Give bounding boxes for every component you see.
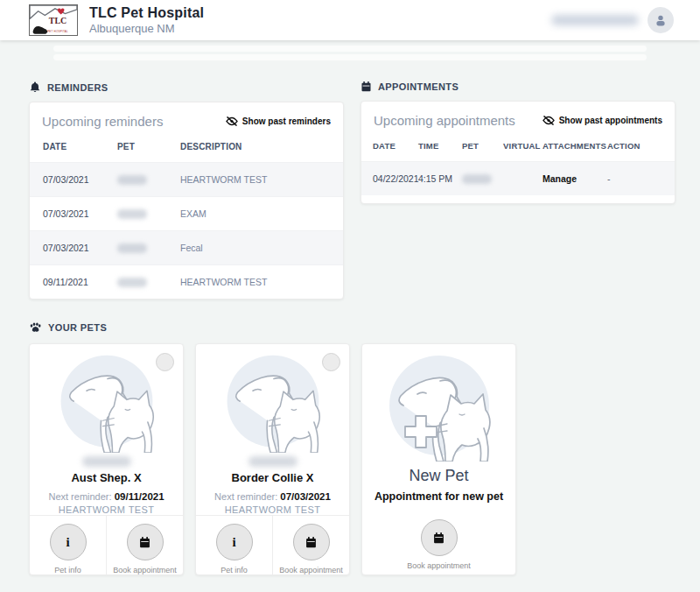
col-date: DATE bbox=[373, 141, 418, 151]
reminder-row: 07/03/2021 EXAM bbox=[30, 196, 343, 230]
appointments-card: Upcoming appointments Show past appointm… bbox=[360, 101, 676, 204]
book-appointment-label: Book appointment bbox=[407, 561, 471, 570]
calendar-icon bbox=[361, 81, 371, 92]
appointment-row: 04/22/2021 4:15 PM Manage - bbox=[361, 161, 675, 195]
pet-select-circle[interactable] bbox=[156, 353, 174, 371]
person-icon bbox=[654, 13, 668, 27]
pet-card: Aust Shep. X Next reminder: 09/11/2021 H… bbox=[29, 343, 184, 575]
col-virtual: VIRTUAL bbox=[503, 141, 542, 151]
logo-subtext: PET HOSPITAL bbox=[47, 30, 68, 33]
col-time: TIME bbox=[418, 141, 462, 151]
main-content: REMINDERS Upcoming reminders Show past r… bbox=[0, 40, 700, 575]
calendar-icon bbox=[433, 532, 444, 544]
pet-select-circle[interactable] bbox=[322, 353, 340, 371]
decor-strip bbox=[53, 46, 647, 52]
book-appointment-label: Book appointment bbox=[279, 566, 343, 574]
book-appointment-action: Book appointment bbox=[107, 516, 183, 574]
appointments-section-header: APPOINTMENTS bbox=[361, 81, 676, 92]
pet-illustration bbox=[220, 353, 326, 453]
manage-attachments-link[interactable]: Manage bbox=[542, 173, 607, 184]
pet-reminder-type: HEARTWORM TEST bbox=[225, 504, 321, 515]
pet-next-reminder: Next reminder: 09/11/2021 bbox=[48, 491, 164, 502]
appointments-card-title: Upcoming appointments bbox=[374, 113, 515, 128]
col-description: DESCRIPTION bbox=[180, 142, 343, 152]
username-redacted[interactable] bbox=[551, 15, 639, 25]
appointment-date: 04/22/2021 bbox=[373, 173, 418, 184]
new-pet-title: New Pet bbox=[409, 467, 468, 485]
book-appointment-button[interactable] bbox=[127, 524, 164, 560]
pet-info-action: i Pet info bbox=[196, 516, 273, 574]
reminder-date: 07/03/2021 bbox=[43, 174, 117, 185]
reminder-description: EXAM bbox=[180, 208, 343, 219]
next-reminder-label: Next reminder: bbox=[48, 491, 111, 502]
pet-illustration bbox=[53, 353, 160, 453]
show-past-appointments-button[interactable]: Show past appointments bbox=[542, 116, 662, 125]
pet-info-action: i Pet info bbox=[30, 516, 107, 574]
reminders-section: REMINDERS Upcoming reminders Show past r… bbox=[29, 81, 344, 300]
pet-breed: Aust Shep. X bbox=[71, 471, 141, 484]
eye-off-icon bbox=[542, 116, 555, 125]
info-icon: i bbox=[66, 535, 69, 550]
show-past-appointments-label: Show past appointments bbox=[559, 116, 662, 125]
pet-breed: Border Collie X bbox=[232, 471, 314, 484]
reminder-description: Fecal bbox=[180, 243, 343, 253]
your-pets-section: YOUR PETS Aust Shep. X Next reminder: 09… bbox=[29, 322, 671, 575]
reminder-pet-redacted bbox=[117, 243, 147, 253]
page-title: TLC Pet Hospital bbox=[89, 5, 204, 21]
next-reminder-date: 09/11/2021 bbox=[115, 491, 164, 502]
new-pet-illustration bbox=[386, 353, 493, 462]
new-pet-subtitle: Appointment for new pet bbox=[374, 490, 503, 503]
reminders-card-title: Upcoming reminders bbox=[42, 114, 163, 129]
clinic-logo[interactable]: TLC PET HOSPITAL bbox=[29, 4, 78, 36]
pet-reminder-type: HEARTWORM TEST bbox=[59, 504, 155, 515]
reminder-date: 07/03/2021 bbox=[43, 208, 117, 219]
reminders-section-header: REMINDERS bbox=[30, 81, 344, 93]
col-action: ACTION bbox=[607, 141, 675, 151]
col-pet: PET bbox=[117, 142, 180, 152]
reminder-description: HEARTWORM TEST bbox=[180, 174, 343, 185]
reminder-description: HEARTWORM TEST bbox=[180, 277, 343, 287]
book-appointment-button[interactable] bbox=[421, 519, 458, 556]
reminder-pet-redacted bbox=[117, 175, 147, 185]
appointments-section: APPOINTMENTS Upcoming appointments Show … bbox=[360, 81, 676, 300]
bell-icon bbox=[30, 81, 40, 93]
reminders-card: Upcoming reminders Show past reminders D… bbox=[29, 102, 344, 300]
page-subtitle: Albuquerque NM bbox=[89, 22, 204, 35]
pet-name-redacted bbox=[82, 456, 131, 467]
reminder-date: 09/11/2021 bbox=[43, 277, 117, 287]
calendar-icon bbox=[305, 537, 317, 548]
pet-card-actions: i Pet info Book a bbox=[196, 515, 349, 574]
your-pets-section-header: YOUR PETS bbox=[30, 322, 671, 333]
book-appointment-action: Book appointment bbox=[362, 511, 515, 574]
reminders-section-label: REMINDERS bbox=[47, 82, 108, 93]
show-past-reminders-label: Show past reminders bbox=[242, 116, 331, 126]
appointments-section-label: APPOINTMENTS bbox=[378, 81, 458, 92]
col-pet: PET bbox=[462, 141, 503, 151]
reminder-row: 07/03/2021 Fecal bbox=[30, 230, 343, 264]
pet-info-button[interactable]: i bbox=[216, 524, 253, 560]
appointment-pet-redacted bbox=[462, 174, 492, 184]
brand-block: TLC Pet Hospital Albuquerque NM bbox=[89, 5, 204, 35]
reminder-pet-redacted bbox=[117, 278, 147, 287]
user-avatar[interactable] bbox=[648, 7, 674, 33]
paw-icon bbox=[30, 322, 41, 333]
show-past-reminders-button[interactable]: Show past reminders bbox=[226, 116, 331, 126]
book-appointment-button[interactable] bbox=[293, 524, 330, 560]
logo-text: TLC bbox=[49, 17, 67, 25]
info-icon: i bbox=[232, 535, 235, 550]
eye-off-icon bbox=[226, 116, 238, 126]
pet-info-label: Pet info bbox=[220, 566, 248, 574]
reminder-row: 09/11/2021 HEARTWORM TEST bbox=[30, 264, 343, 299]
decor-strip bbox=[53, 54, 647, 60]
pet-info-button[interactable]: i bbox=[50, 524, 87, 560]
pet-card-actions: i Pet info Book a bbox=[30, 515, 183, 574]
account-area bbox=[551, 7, 674, 33]
reminder-date: 07/03/2021 bbox=[43, 243, 117, 253]
appointment-action: - bbox=[607, 173, 675, 184]
reminders-table-header: DATE PET DESCRIPTION bbox=[30, 138, 343, 162]
top-bar: TLC PET HOSPITAL TLC Pet Hospital Albuqu… bbox=[0, 0, 700, 40]
new-pet-actions: Book appointment bbox=[362, 511, 515, 574]
calendar-icon bbox=[139, 537, 150, 548]
col-date: DATE bbox=[43, 142, 117, 152]
pet-card: Border Collie X Next reminder: 07/03/202… bbox=[195, 343, 350, 575]
